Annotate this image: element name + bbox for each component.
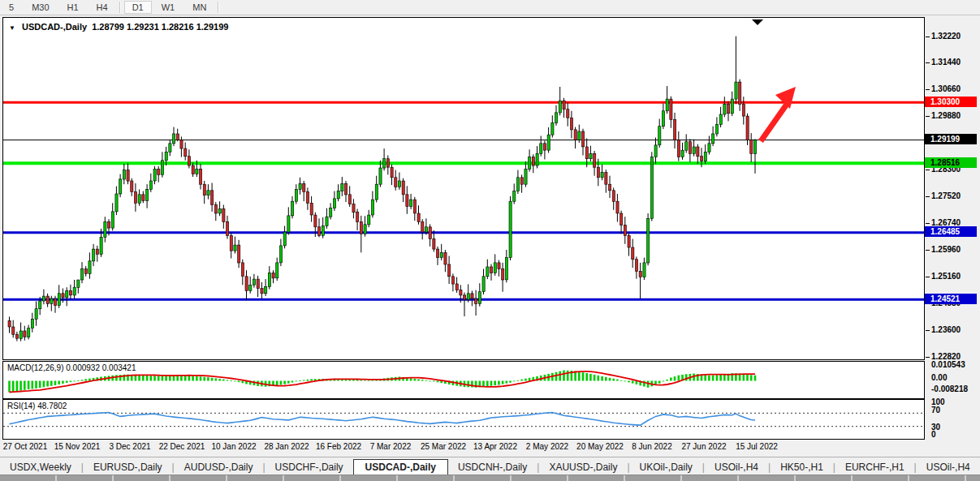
- candle: [708, 144, 710, 152]
- price-tick: 1.25960: [931, 245, 961, 255]
- date-label: 10 Jan 2022: [211, 442, 256, 451]
- candle: [444, 252, 447, 264]
- tab-usdcad-daily[interactable]: USDCAD-,Daily: [353, 459, 448, 475]
- candle: [547, 135, 550, 150]
- candle: [559, 101, 561, 113]
- candle: [670, 99, 672, 119]
- candle: [650, 157, 653, 219]
- rsi-chart-canvas[interactable]: [3, 400, 924, 439]
- candle: [662, 111, 664, 127]
- candle: [58, 294, 60, 306]
- candle: [597, 167, 599, 178]
- price-tick: 1.27520: [931, 191, 961, 201]
- candle: [165, 152, 167, 161]
- tab-usoil-h4[interactable]: USOil-,H4: [705, 459, 768, 475]
- candle: [379, 168, 382, 184]
- toolbar-separator: [119, 2, 121, 13]
- candle: [173, 134, 175, 144]
- tab-hk50-h1[interactable]: HK50-,H1: [771, 459, 833, 475]
- candle: [279, 246, 282, 263]
- candle: [15, 334, 18, 338]
- candle: [299, 183, 301, 189]
- date-label: 27 Oct 2021: [3, 442, 47, 451]
- price-tick: 1.23600: [931, 325, 961, 335]
- tab-eurusd-daily[interactable]: EURUSD-,Daily: [84, 459, 172, 475]
- candle: [261, 289, 263, 294]
- tab-xauusd-daily[interactable]: XAUUSD-,Daily: [539, 459, 627, 475]
- candle: [505, 258, 507, 280]
- candle: [574, 130, 576, 140]
- candle: [84, 269, 87, 274]
- date-label: 2 May 2022: [526, 442, 568, 451]
- candle: [203, 184, 205, 195]
- candle: [245, 277, 248, 291]
- candle: [601, 173, 603, 178]
- candle: [249, 285, 252, 290]
- candle: [161, 161, 163, 175]
- candle: [230, 235, 232, 251]
- candle: [54, 298, 57, 305]
- chevron-down-icon[interactable]: ▼: [9, 24, 15, 32]
- price-tick: 1.25160: [931, 272, 961, 281]
- candle: [345, 183, 348, 195]
- trend-arrow-annotation[interactable]: [761, 87, 796, 141]
- tab-ukoil-daily[interactable]: UKOil-,Daily: [630, 459, 702, 475]
- macd-indicator-pane[interactable]: MACD(12,26,9) 0.000932 0.003421: [2, 361, 925, 399]
- candle: [715, 125, 718, 134]
- macd-chart-canvas[interactable]: [3, 362, 924, 398]
- timeframe-button-h4[interactable]: H4: [89, 1, 116, 14]
- candle: [28, 329, 30, 337]
- candle: [681, 150, 684, 157]
- candle: [437, 249, 439, 258]
- timeframe-button-w1[interactable]: W1: [153, 1, 183, 14]
- tab-usoil-h4[interactable]: USOil-,H4: [917, 459, 980, 475]
- candle: [478, 292, 481, 304]
- tab-audusd-daily[interactable]: AUDUSD-,Daily: [175, 459, 263, 475]
- candle: [578, 131, 581, 140]
- tab-usdx-weekly[interactable]: USDX,Weekly: [0, 459, 81, 475]
- candle: [81, 269, 84, 281]
- candle: [746, 116, 749, 140]
- candle: [697, 147, 699, 157]
- candlestick-chart-canvas[interactable]: [3, 18, 924, 359]
- candle: [570, 118, 572, 130]
- price-badge-1.30300: 1.30300: [925, 97, 977, 107]
- date-axis: 27 Oct 202115 Nov 20213 Dec 202122 Dec 2…: [2, 440, 923, 456]
- candle: [322, 226, 324, 236]
- tab-eurchf-h1[interactable]: EURCHF-,H1: [835, 459, 914, 475]
- timeframe-button-mn[interactable]: MN: [184, 1, 214, 14]
- price-tick: 1.29880: [931, 111, 961, 121]
- timeframe-button-h1[interactable]: H1: [59, 1, 87, 14]
- tab-usdchf-daily[interactable]: USDCHF-,Daily: [266, 459, 353, 475]
- candle: [402, 181, 404, 195]
- candle: [131, 181, 133, 192]
- macd-values: 0.000932 0.003421: [66, 363, 136, 372]
- scroll-position-marker-icon[interactable]: [752, 19, 763, 25]
- chart-ohlc-values: 1.28799 1.29231 1.28216 1.29199: [92, 22, 228, 32]
- candle: [536, 153, 538, 165]
- main-chart-pane[interactable]: ▼ USDCAD-,Daily 1.28799 1.29231 1.28216 …: [2, 17, 925, 360]
- rsi-scale-70: 70: [931, 406, 940, 414]
- timeframe-button-m30[interactable]: M30: [24, 1, 57, 14]
- candle: [632, 247, 634, 260]
- candle: [386, 159, 389, 168]
- candle: [360, 222, 362, 234]
- tab-usdcnh-daily[interactable]: USDCNH-,Daily: [448, 459, 537, 475]
- candle: [639, 271, 641, 277]
- candle: [475, 298, 477, 303]
- candle: [115, 194, 118, 212]
- candle: [490, 267, 493, 273]
- timeframe-button-d1[interactable]: D1: [124, 1, 152, 14]
- candle: [111, 212, 114, 228]
- candle: [89, 261, 91, 274]
- candle: [337, 191, 339, 199]
- candle: [149, 181, 152, 190]
- timeframe-button-m5[interactable]: 5: [1, 1, 22, 14]
- candle: [754, 140, 757, 154]
- candle: [134, 192, 136, 204]
- macd-label: MACD(12,26,9) 0.000932 0.003421: [7, 363, 136, 372]
- candle: [93, 249, 95, 261]
- candle: [188, 157, 190, 165]
- rsi-indicator-pane[interactable]: RSI(14) 48.7802: [2, 399, 925, 440]
- candle: [391, 167, 393, 178]
